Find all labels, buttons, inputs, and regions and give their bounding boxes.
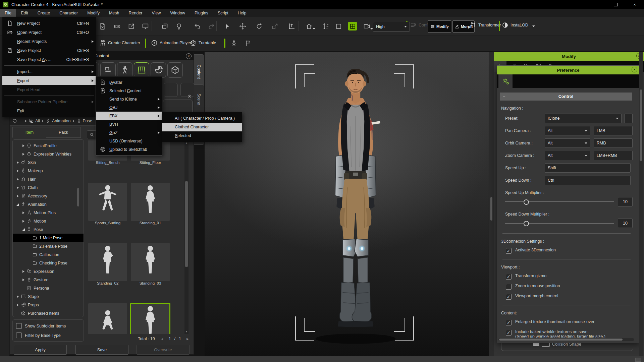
modifier-dropdown[interactable]: Alt — [545, 138, 590, 148]
viewport-3d[interactable] — [205, 52, 489, 356]
tool-pivot[interactable] — [287, 22, 296, 31]
tool-send-out[interactable] — [127, 22, 136, 31]
preset-extra-button[interactable] — [624, 114, 633, 123]
page-prev-icon[interactable]: ◄ — [160, 337, 164, 341]
close-button[interactable]: × — [625, 0, 644, 9]
template-slot[interactable] — [164, 83, 178, 97]
grid-scroll-thumb[interactable] — [185, 181, 188, 267]
instalod-button[interactable]: InstaLOD — [502, 22, 535, 28]
tree-item-makeup[interactable]: Makeup — [13, 167, 84, 175]
checkbox-icon[interactable] — [506, 284, 512, 290]
slider-track[interactable] — [505, 201, 614, 202]
tree-item-accessory[interactable]: Accessory — [13, 192, 84, 200]
save-button[interactable]: Save — [75, 345, 128, 355]
menu-modify[interactable]: Modify — [83, 9, 104, 17]
tree-item-gesture[interactable]: Gesture — [13, 276, 84, 284]
page-next-icon[interactable]: ► — [186, 337, 190, 341]
tool-move[interactable] — [238, 22, 247, 31]
tool-undo[interactable] — [193, 22, 202, 31]
tree-item-motion-plus[interactable]: Motion-Plus — [13, 208, 84, 217]
menu-window[interactable]: Window — [165, 9, 190, 17]
pref-check-viewport-morph-control[interactable]: ✓Viewport morph control — [506, 294, 633, 300]
menu-help[interactable]: Help — [233, 9, 251, 17]
tree-item-purchased-items[interactable]: Purchased Items — [13, 309, 84, 317]
menu-create[interactable]: Create — [33, 9, 55, 17]
tool-updown[interactable] — [321, 22, 330, 31]
template-category-cube[interactable] — [167, 62, 183, 78]
preference-close-icon[interactable]: × — [632, 67, 637, 72]
menu-item-exit[interactable]: Exit — [2, 106, 96, 115]
tool-bake[interactable] — [160, 22, 169, 31]
menu-view[interactable]: View — [147, 9, 166, 17]
tool-redo[interactable] — [207, 22, 216, 31]
thumbnail-sports-surfing[interactable] — [88, 183, 127, 221]
tree-item-expression[interactable]: Expression — [13, 267, 84, 276]
menu-item-all-character-prop-camera[interactable]: All ( Character / Prop / Camera ) — [162, 114, 242, 123]
checkbox-icon[interactable]: ✓ — [506, 274, 512, 280]
slider-knob[interactable] — [524, 199, 529, 205]
hotkey-field[interactable]: Shift — [545, 163, 631, 173]
tool-box-uv[interactable] — [348, 22, 357, 31]
thumbnail-pose[interactable] — [88, 303, 127, 334]
pref-check-enlarged-texture-thumbnail-on-mouse-over[interactable]: ✓Enlarged texture thumbnail on mouse-ove… — [506, 319, 633, 325]
tool-rotate[interactable] — [255, 22, 263, 31]
tool-home[interactable] — [305, 22, 313, 31]
collapse-minus-icon[interactable]: − — [503, 94, 505, 99]
slider-knob[interactable] — [524, 221, 529, 226]
create-character-button[interactable]: Create Character — [99, 40, 140, 46]
checkbox-icon[interactable]: ✓ — [506, 294, 512, 300]
tool-flag[interactable] — [244, 39, 252, 48]
tool-camgrid-caret-icon[interactable] — [370, 26, 373, 31]
dock-tab-content[interactable]: Content — [194, 54, 204, 89]
tool-capture[interactable] — [141, 22, 150, 31]
tab-general-settings[interactable] — [498, 74, 513, 88]
checkbox-icon[interactable]: ✓ — [506, 320, 512, 325]
collapse-chevron-icon[interactable] — [187, 93, 192, 100]
grid-scrollbar[interactable]: ▲ ▼ — [184, 140, 189, 334]
tree-item-calibration[interactable]: Calibration — [13, 250, 84, 259]
slider-value-field[interactable]: 10 — [618, 197, 633, 206]
menu-item-fbx[interactable]: FBX — [96, 112, 162, 120]
menu-item-recent-projects[interactable]: Recent Projects — [2, 37, 96, 46]
menu-item-save-project[interactable]: Save ProjectCtrl+S — [2, 46, 96, 55]
tree-item-2-female-pose[interactable]: 2.Female Pose — [13, 242, 84, 250]
scroll-down-icon[interactable]: ▼ — [185, 330, 188, 333]
tree-item-animation[interactable]: Animation — [13, 200, 84, 208]
menu-item-send-to-iclone[interactable]: Send to iClone — [96, 95, 162, 103]
tree-item-pose[interactable]: Pose — [13, 225, 84, 234]
tool-home-caret-icon[interactable] — [313, 26, 315, 31]
slider-track[interactable] — [505, 223, 614, 224]
apply-button[interactable]: Apply — [14, 345, 67, 355]
menu-item-clothed-character[interactable]: Clothed Character — [162, 123, 242, 131]
tool-camgrid[interactable] — [362, 22, 371, 31]
divider-handle[interactable] — [490, 197, 492, 221]
checkbox-icon[interactable] — [16, 333, 22, 338]
modifier-dropdown[interactable]: Alt — [545, 151, 590, 160]
tool-cursor[interactable] — [223, 22, 231, 31]
pref-check-transform-gizmo[interactable]: ✓Transform gizmo — [506, 274, 633, 280]
overwrite-button[interactable]: Overwrite — [137, 345, 190, 355]
tool-export-fbx[interactable] — [98, 22, 107, 31]
modify-button[interactable]: Modify — [428, 20, 451, 33]
menu-mesh[interactable]: Mesh — [104, 9, 124, 17]
checkbox-icon[interactable]: ✓ — [506, 248, 512, 254]
menu-item-export-head[interactable]: Export Head — [2, 85, 96, 94]
thumbnail-standing-03[interactable] — [131, 243, 170, 281]
menu-script[interactable]: Script — [213, 9, 233, 17]
preset-dropdown[interactable]: iClone — [545, 114, 622, 123]
breadcrumb-segment[interactable]: All — [35, 119, 40, 123]
menu-item-upload-to-sketchfab[interactable]: Upload to Sketchfab — [96, 145, 162, 154]
menu-item-open-project[interactable]: Open ProjectCtrl+O — [2, 28, 96, 37]
tool-export-usd[interactable] — [113, 22, 121, 31]
template-category-skeleton[interactable] — [117, 62, 132, 78]
tree-item-stage[interactable]: Stage — [13, 292, 84, 301]
panel-divider[interactable] — [489, 52, 494, 356]
tab-pack[interactable]: Pack — [46, 127, 81, 138]
right-scroll-thumb[interactable] — [640, 89, 642, 161]
pref-check-zoom-to-mouse-position[interactable]: Zoom to mouse position — [506, 284, 633, 290]
tree-item-motion[interactable]: Motion — [13, 217, 84, 225]
content-close-icon[interactable]: × — [186, 53, 192, 59]
menu-item-selected-content[interactable]: Selected Content — [96, 86, 162, 95]
menu-item-import[interactable]: Import... — [2, 67, 96, 76]
mouse-button-field[interactable]: LMB+RMB — [594, 151, 633, 160]
